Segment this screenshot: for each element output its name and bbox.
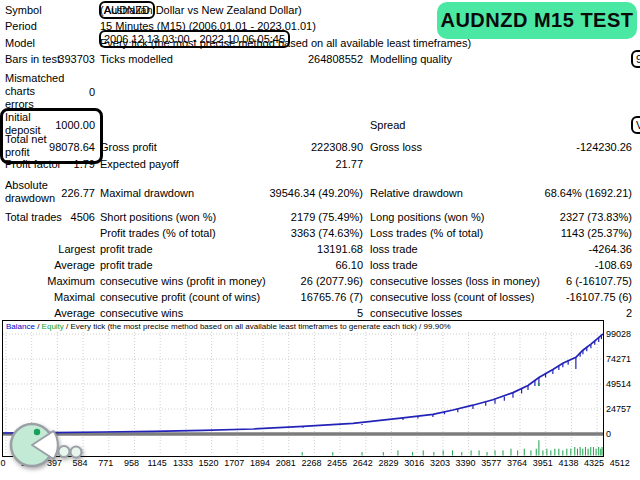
balance-chart: Balance / Equity / Every tick (the most …: [2, 320, 604, 457]
report-label: Period: [5, 20, 95, 33]
report-value: Average: [54, 259, 95, 272]
report-value: 26 (2077.96): [301, 275, 363, 288]
report-value: 1000.00: [55, 119, 95, 132]
report-value: 4506: [71, 211, 95, 224]
report-value: 21.77: [335, 158, 363, 171]
y-axis-tick-label: 24757: [606, 403, 631, 416]
report-value: 2: [626, 307, 632, 320]
report-value: 0: [89, 86, 95, 99]
report-label: loss trade: [370, 259, 418, 272]
report-value: 393703: [58, 53, 95, 66]
report-value: 13191.68: [317, 243, 363, 256]
report-label: consecutive profit (count of wins): [100, 291, 260, 304]
report-value: 66.10: [335, 259, 363, 272]
report-label: Relative drawdown: [370, 187, 463, 200]
report-value: 222308.90: [311, 141, 363, 154]
report-label: Mismatched charts errors: [5, 72, 65, 111]
report-label: loss trade: [370, 243, 418, 256]
annotation-box-inline: Variable: [631, 116, 640, 134]
report-label: Gross profit: [100, 141, 157, 154]
report-value: 3363 (74.63%): [291, 227, 363, 240]
report-label: Ticks modelled: [100, 53, 173, 66]
title-badge-label: AUDNZD M15 TEST: [440, 14, 633, 27]
report-value: 1143 (25.37%): [561, 227, 632, 240]
annotation-box-inline: AUDNZD: [99, 1, 155, 19]
report-label: Modelling quality: [370, 53, 452, 66]
report-value: 39546.34 (49.20%): [269, 187, 363, 200]
y-axis-tick-label: 0: [606, 428, 611, 441]
report-label: consecutive wins: [100, 307, 183, 320]
report-label: Short positions (won %): [100, 211, 216, 224]
report-label: profit trade: [100, 259, 153, 272]
report-value: 5: [357, 307, 363, 320]
x-axis-tick-label: 4512: [603, 457, 637, 470]
report-value: 1.79: [74, 158, 95, 171]
report-label: Symbol: [5, 4, 95, 17]
pacman-logo: [4, 414, 92, 474]
report-label: Spread: [370, 119, 405, 132]
report-value: Maximal: [54, 291, 95, 304]
report-value: 6 (-16107.75): [566, 275, 632, 288]
report-value: -4264.36: [589, 243, 632, 256]
report-label: Every tick (the most precise method base…: [100, 37, 471, 50]
report-label: consecutive losses: [370, 307, 462, 320]
report-value: 264808552: [308, 53, 363, 66]
report-value: 68.64% (1692.21): [545, 187, 632, 200]
y-axis-tick-label: 74271: [606, 353, 631, 366]
report-value: -16107.75 (6): [566, 291, 632, 304]
report-label: Model: [5, 37, 95, 50]
report-label: Profit trades (% of total): [100, 227, 216, 240]
report-value: 226.77: [61, 187, 95, 200]
title-badge: AUDNZD M15 TEST: [437, 2, 637, 39]
report-label: consecutive loss (count of losses): [370, 291, 534, 304]
report-label: consecutive wins (profit in money): [100, 275, 266, 288]
report-label: Absolute drawdown: [5, 179, 65, 205]
mt4-backtest-report: { "badge": { "label": "AUDNZD M15 TEST",…: [0, 0, 640, 480]
report-label: Long positions (won %): [370, 211, 484, 224]
report-value: 98078.64: [49, 141, 95, 154]
report-label: 15 Minutes (M15) 2006.12.13 03:00 - 2022…: [100, 20, 316, 33]
annotation-box-inline: 99.90%: [631, 50, 640, 68]
report-value: 2327 (73.83%): [560, 211, 632, 224]
report-value: Maximum: [47, 275, 95, 288]
y-axis-tick-label: 49514: [606, 378, 631, 391]
pacman-dot-2-icon: [59, 446, 70, 457]
report-value: Average: [54, 307, 95, 320]
report-value: 16765.76 (7): [301, 291, 363, 304]
report-value: 2179 (75.49%): [291, 211, 363, 224]
report-label: consecutive losses (loss in money): [370, 275, 540, 288]
report-value: Largest: [58, 243, 95, 256]
report-label: AUDNZD (Australian Dollar vs New Zealand…: [100, 4, 302, 17]
pacman-eye-icon: [34, 429, 40, 435]
y-axis-tick-label: 99028: [606, 328, 631, 341]
report-label: Maximal drawdown: [100, 187, 194, 200]
report-label: Gross loss: [370, 141, 422, 154]
report-label: Loss trades (% of total): [370, 227, 483, 240]
report-value: -108.69: [595, 259, 632, 272]
pacman-dot-3-icon: [71, 447, 82, 458]
report-label: profit trade: [100, 243, 153, 256]
report-label: Expected payoff: [100, 158, 179, 171]
balance-curve-plot: [3, 321, 603, 456]
report-value: -124230.26: [576, 141, 632, 154]
